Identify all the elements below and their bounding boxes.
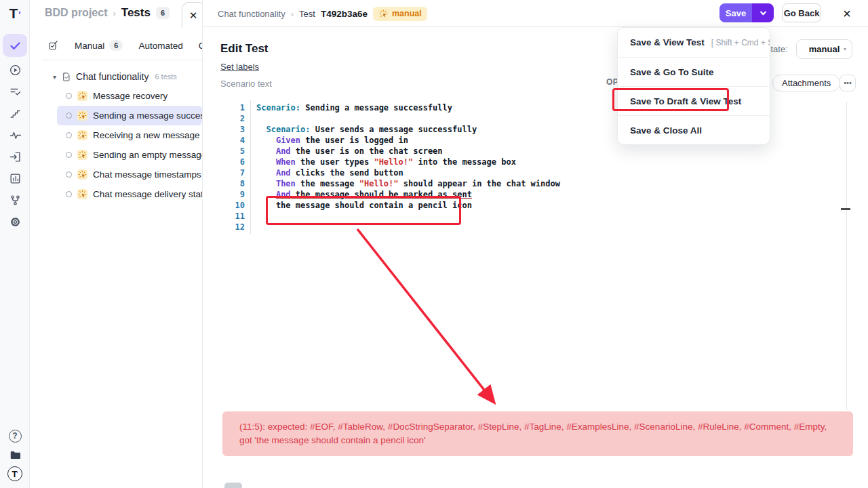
tab-automated[interactable]: Automated <box>138 41 182 51</box>
manual-hand-icon <box>77 130 87 140</box>
line-number: 5 <box>229 146 245 157</box>
icon-rail: T' ? <box>0 0 30 488</box>
test-label: Test <box>299 9 315 19</box>
editor-right-border <box>846 102 847 410</box>
go-back-button[interactable]: Go Back <box>782 3 821 22</box>
folder-label: Chat functionality <box>76 71 149 82</box>
code-text: Given the user is logged in <box>256 135 408 146</box>
manual-hand-icon <box>77 169 87 180</box>
status-circle-icon <box>66 191 72 197</box>
run-play-icon[interactable] <box>3 60 27 80</box>
attachments-button[interactable]: Attachments <box>772 75 840 92</box>
status-circle-icon <box>66 152 72 158</box>
state-select[interactable]: manual ▾ <box>796 39 852 59</box>
close-icon: ✕ <box>842 7 851 20</box>
save-button[interactable]: Save <box>719 3 752 22</box>
project-name[interactable]: BDD project <box>45 7 107 19</box>
save-dropdown-caret[interactable] <box>752 3 774 22</box>
code-line[interactable]: 5 And the user is on the chat screen <box>229 146 839 157</box>
code-text: And clicks the send button <box>256 167 403 178</box>
tests-check-icon[interactable] <box>3 34 27 57</box>
state-value: manual <box>809 44 840 54</box>
line-number: 7 <box>229 167 245 178</box>
pulse-icon[interactable] <box>3 125 27 145</box>
breadcrumb-folder[interactable]: Chat functionality <box>218 9 285 19</box>
menu-item-save-to-draft-view-test[interactable]: Save To Draft & View Test <box>618 86 770 115</box>
test-id: T492b3a6e <box>321 9 368 19</box>
menu-item-save-go-to-suite[interactable]: Save & Go To Suite <box>618 57 770 86</box>
menu-item-label: Save & View Test <box>630 37 705 47</box>
chevron-down-icon[interactable]: ▾ <box>53 73 56 81</box>
logo-accent: ' <box>18 9 20 20</box>
avatar-accent: ' <box>16 470 18 477</box>
plans-list-icon[interactable] <box>3 81 27 102</box>
code-line[interactable]: 11 <box>229 211 839 222</box>
line-number: 10 <box>229 200 245 211</box>
menu-item-label: Save To Draft & View Test <box>630 96 741 106</box>
tree-item[interactable]: Sending an empty message <box>57 145 202 165</box>
analytics-icon[interactable] <box>3 168 27 188</box>
tests-count-badge: 6 <box>156 7 170 19</box>
code-line[interactable]: 7 And clicks the send button <box>229 167 839 178</box>
code-line[interactable]: 10 the message should contain a pencil i… <box>229 200 839 211</box>
folder-icon[interactable] <box>3 445 27 465</box>
parse-error-message: (11:5): expected: #EOF, #TableRow, #DocS… <box>222 411 853 456</box>
panel-breadcrumb: BDD project › Tests 6 <box>45 6 170 20</box>
menu-item-save-view-test[interactable]: Save & View Test[ Shift + Cmd + S ] <box>618 28 770 57</box>
manual-hand-icon <box>378 9 389 19</box>
tab-manual[interactable]: Manual6 <box>75 40 123 51</box>
app-logo[interactable]: T' <box>0 5 30 22</box>
tree-item[interactable]: Chat message timestamps <box>57 165 202 184</box>
error-line-2: got 'the message should contain a pencil… <box>239 434 836 447</box>
line-number: 4 <box>229 135 245 146</box>
line-number: 12 <box>229 222 245 232</box>
code-line[interactable]: 8 Then the message "Hello!" should appea… <box>229 178 839 189</box>
status-circle-icon <box>66 113 72 119</box>
section-title[interactable]: Tests <box>121 6 151 20</box>
error-line-1: (11:5): expected: #EOF, #TableRow, #DocS… <box>239 420 836 434</box>
help-icon[interactable]: ? <box>3 426 27 446</box>
code-line[interactable]: 9 And the message should be marked as se… <box>229 189 839 200</box>
set-labels-link[interactable]: Set labels <box>220 62 259 72</box>
tab-count-badge: 6 <box>109 40 123 51</box>
menu-item-save-close-all[interactable]: Save & Close All <box>618 115 770 144</box>
status-circle-icon <box>66 93 72 99</box>
tab-label: Manual <box>75 41 104 51</box>
status-circle-icon <box>66 171 72 178</box>
close-editor-button[interactable]: ✕ <box>839 5 855 22</box>
code-text: And the user is on the chat screen <box>256 146 443 157</box>
code-line[interactable]: 12 <box>229 222 839 232</box>
tree-item[interactable]: Receiving a new message <box>57 125 202 145</box>
edit-checkbox-icon[interactable] <box>47 40 59 52</box>
branch-icon[interactable] <box>3 190 27 210</box>
tab-label: Automated <box>138 41 182 51</box>
tree-item[interactable]: Sending a message succes <box>57 106 202 125</box>
line-number: 2 <box>229 113 245 124</box>
manual-hand-icon <box>77 189 87 199</box>
code-text: Scenario: Sending a message successfully <box>256 102 452 113</box>
line-number: 1 <box>229 102 245 113</box>
folder-meta: 6 tests <box>155 73 176 81</box>
user-avatar[interactable]: T' <box>3 464 27 484</box>
manual-hand-icon <box>77 110 87 121</box>
code-line[interactable]: 6 When the user types "Hello!" into the … <box>229 157 839 167</box>
bottom-scroll-nub[interactable] <box>224 483 242 488</box>
document-icon <box>61 71 71 83</box>
code-text: When the user types "Hello!" into the me… <box>256 157 516 167</box>
chevron-down-icon <box>760 9 767 17</box>
import-icon[interactable] <box>3 146 27 167</box>
line-number: 3 <box>229 124 245 135</box>
more-options-button[interactable]: ••• <box>840 75 856 92</box>
steps-icon[interactable] <box>3 103 27 123</box>
editor-resize-tick[interactable] <box>841 208 850 210</box>
manual-badge: manual <box>373 7 427 21</box>
line-number: 9 <box>229 189 245 200</box>
close-tab-button[interactable]: ✕ <box>182 2 202 28</box>
settings-gear-icon[interactable] <box>3 211 27 232</box>
close-icon: ✕ <box>189 9 198 22</box>
tree-item[interactable]: Chat message delivery stat <box>57 184 202 204</box>
tree-item[interactable]: Message recovery <box>57 86 202 106</box>
page-title: Edit Test <box>220 42 269 56</box>
tree-folder-chat-functionality[interactable]: ▾ Chat functionality 6 tests <box>53 68 177 85</box>
scenario-text-label: Scenario text <box>220 79 272 89</box>
